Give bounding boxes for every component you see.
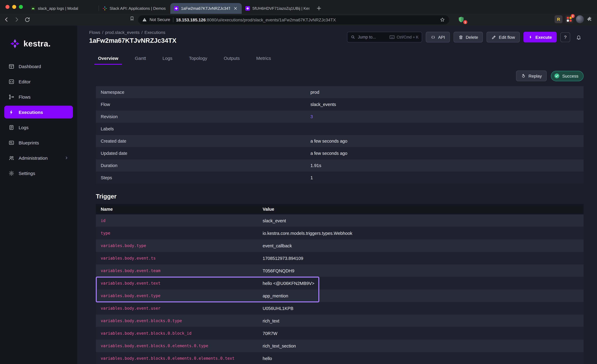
reload-icon[interactable] (23, 15, 32, 24)
adblock-shield-icon[interactable]: 1 (458, 16, 466, 23)
extension-grid-icon[interactable]: 2 (565, 15, 573, 23)
modal-icon (31, 6, 35, 11)
sidebar-item-editor[interactable]: Editor (4, 75, 73, 88)
trigger-key: variables.body.event.type (96, 293, 263, 298)
breadcrumb-separator: / (102, 30, 103, 35)
breadcrumb-namespace[interactable]: prod.slack_events (105, 30, 140, 35)
dashboard-icon (8, 63, 14, 69)
trigger-row: variables.body.type event_callback (96, 239, 584, 252)
browser-tab-slack[interactable]: Slack API: Applications | Demos S (99, 3, 170, 14)
success-check-icon (554, 73, 560, 79)
table-row: Steps 1 (96, 172, 584, 184)
trigger-value: rich_text_section (263, 343, 296, 348)
new-tab-button[interactable] (314, 4, 323, 13)
sidebar-item-flows[interactable]: Flows (4, 90, 73, 103)
browser-tab-kestra-execution[interactable]: 1aFw2ma67KTJvNRZJc34TX (170, 3, 242, 14)
tab-title: Slack API: Applications | Demos S (110, 6, 167, 11)
url-text[interactable]: 18.153.185.126:8080/ui/executions/prod/s… (176, 17, 437, 22)
jump-shortcut-label: Ctrl/Cmd + K (397, 35, 419, 39)
extension-r-icon[interactable]: R (555, 15, 563, 23)
breadcrumb-flows[interactable]: Flows (89, 30, 100, 35)
flows-icon (8, 94, 14, 100)
tab-topology[interactable]: Topology (184, 53, 212, 65)
column-header-value: Value (263, 207, 274, 212)
trigger-value: hello (263, 356, 272, 361)
trigger-value: 1708512973.894109 (263, 256, 303, 261)
trigger-row: variables.body.event.blocks.0.block_id 7… (96, 327, 584, 340)
trigger-key: variables.body.event.text (96, 281, 263, 285)
edit-flow-button[interactable]: Edit flow (487, 32, 520, 42)
trigger-value: event_callback (263, 243, 292, 248)
sidebar-item-label: Editor (19, 79, 31, 84)
back-icon[interactable] (2, 15, 11, 24)
execute-button[interactable]: Execute (524, 32, 557, 42)
sidebar-item-settings[interactable]: Settings (4, 167, 73, 180)
sidebar-item-label: Logs (19, 125, 29, 130)
trigger-key: variables.body.event.blocks.0.elements.0… (96, 344, 263, 348)
chevron-right-icon (64, 156, 69, 160)
extensions-puzzle-icon[interactable] (587, 16, 593, 22)
url-host: 18.153.185.126 (176, 17, 206, 22)
address-bar[interactable]: Not Secure 18.153.185.126:8080/ui/execut… (138, 15, 449, 24)
trigger-row: variables.body.event.blocks.0.elements.0… (96, 340, 584, 352)
browser-tab-modal[interactable]: slack_app logs | Modal (27, 3, 99, 14)
browser-tab-strip: slack_app logs | Modal Slack API: Applic… (0, 0, 597, 14)
row-label: Namespace (96, 90, 310, 95)
sidebar-item-administration[interactable]: Administration (4, 151, 73, 164)
status-badge-label: Success (562, 73, 578, 78)
browser-tab-kestra-other[interactable]: 5fUH6HDVF71iazoZq1UBij | Kestra (242, 3, 313, 14)
kestra-logo[interactable]: kestra. (4, 39, 73, 49)
close-tab-icon[interactable] (233, 6, 238, 11)
replay-button[interactable]: Replay (516, 71, 547, 81)
minimize-window-button[interactable] (12, 5, 16, 9)
sidebar-item-label: Executions (19, 110, 43, 115)
trigger-row-highlighted: variables.body.event.text hello <@U06KFN… (96, 277, 584, 290)
trigger-key: variables.body.event.user (96, 306, 263, 310)
trigger-table-header: Name Value (96, 204, 584, 214)
close-window-button[interactable] (6, 5, 9, 9)
revision-link[interactable]: 3 (310, 114, 313, 119)
replay-icon (521, 73, 526, 78)
logs-icon (8, 124, 14, 130)
execute-button-label: Execute (535, 35, 552, 40)
trigger-row: variables.body.event.blocks.0.elements.0… (96, 352, 584, 364)
trigger-value: 70R7W (263, 331, 277, 336)
zoom-window-button[interactable] (19, 5, 23, 9)
execution-view-tabs: Overview Gantt Logs Topology Outputs Met… (93, 53, 584, 65)
edit-flow-button-label: Edit flow (499, 35, 515, 40)
api-button[interactable]: API (426, 32, 450, 42)
help-button[interactable]: ? (560, 32, 570, 42)
shield-badge: 1 (463, 20, 467, 24)
row-value: a few seconds ago (310, 151, 347, 156)
help-icon: ? (564, 34, 567, 40)
sidebar-item-executions[interactable]: Executions (4, 106, 73, 119)
bookmark-star-icon[interactable] (440, 17, 445, 22)
bookmark-flag-icon[interactable] (129, 16, 135, 21)
trigger-key: variables.body.event.team (96, 269, 263, 273)
sidebar-item-blueprints[interactable]: Blueprints (4, 136, 73, 149)
row-label: Created date (96, 139, 310, 143)
table-row: Created date a few seconds ago (96, 135, 584, 147)
tab-logs[interactable]: Logs (158, 53, 177, 65)
forward-icon[interactable] (12, 15, 21, 24)
breadcrumb-executions[interactable]: Executions (144, 30, 165, 35)
kestra-logo-icon (10, 39, 20, 49)
security-label[interactable]: Not Secure (149, 17, 170, 22)
tab-overview[interactable]: Overview (93, 53, 123, 65)
api-icon (431, 35, 436, 40)
tab-gantt[interactable]: Gantt (130, 53, 151, 65)
sidebar-item-logs[interactable]: Logs (4, 121, 73, 134)
notifications-button[interactable] (574, 32, 584, 42)
jump-to-search[interactable]: Jump to... Ctrl/Cmd + K (347, 32, 422, 42)
profile-avatar[interactable] (576, 15, 584, 23)
blueprints-icon (8, 140, 14, 145)
lightning-icon (528, 35, 533, 40)
search-icon (351, 35, 355, 40)
delete-button[interactable]: Delete (454, 32, 483, 42)
sidebar-item-dashboard[interactable]: Dashboard (4, 60, 73, 73)
trigger-key: id (96, 218, 263, 223)
trigger-row: variables.body.event.ts 1708512973.89410… (96, 252, 584, 264)
row-value: a few seconds ago (310, 139, 347, 143)
tab-metrics[interactable]: Metrics (251, 53, 276, 65)
tab-outputs[interactable]: Outputs (219, 53, 245, 65)
